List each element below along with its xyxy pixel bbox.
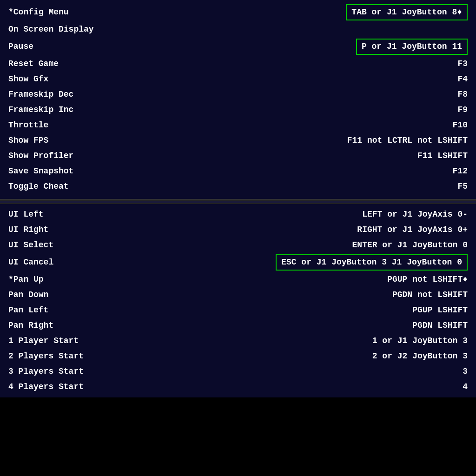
bottom-section: UI LeftLEFT or J1 JoyAxis 0-UI RightRIGH… (0, 204, 476, 397)
menu-row-3-players-start[interactable]: 3 Players Start3 (5, 364, 471, 379)
menu-row-frameskip-inc[interactable]: Frameskip IncF9 (5, 102, 471, 118)
menu-value-show-fps: F11 not LCTRL not LSHIFT (347, 134, 468, 147)
menu-row-toggle-cheat[interactable]: Toggle CheatF5 (5, 179, 471, 194)
menu-row-reset-game[interactable]: Reset GameF3 (5, 56, 471, 72)
highlighted-value-config-menu: TAB or J1 JoyButton 8♦ (346, 4, 468, 20)
menu-row-ui-right[interactable]: UI RightRIGHT or J1 JoyAxis 0+ (5, 222, 471, 238)
highlighted-value-pause: P or J1 JoyButton 11 (356, 39, 468, 55)
menu-value-frameskip-inc: F9 (457, 104, 468, 116)
menu-value-4-players-start: 4 (463, 381, 468, 393)
menu-label-reset-game: Reset Game (8, 58, 111, 70)
menu-value-pause: P or J1 JoyButton 11 (356, 39, 468, 55)
menu-label-4-players-start: 4 Players Start (8, 381, 111, 393)
menu-row-ui-cancel[interactable]: UI CancelESC or J1 JoyButton 3 J1 JoyBut… (5, 253, 471, 272)
menu-row-pan-up[interactable]: *Pan UpPGUP not LSHIFT♦ (5, 272, 471, 287)
menu-label-3-players-start: 3 Players Start (8, 365, 111, 378)
menu-row-pan-right[interactable]: Pan RightPGDN LSHIFT (5, 318, 471, 333)
menu-label-show-gfx: Show Gfx (8, 73, 111, 86)
menu-value-throttle: F10 (453, 119, 468, 132)
menu-value-save-snapshot: F12 (453, 165, 468, 178)
menu-row-1-player-start[interactable]: 1 Player Start1 or J1 JoyButton 3 (5, 333, 471, 349)
menu-label-ui-select: UI Select (8, 239, 111, 251)
top-section: *Config MenuTAB or J1 JoyButton 8♦On Scr… (0, 0, 476, 200)
menu-row-ui-select[interactable]: UI SelectENTER or J1 JoyButton 0 (5, 238, 471, 253)
menu-row-throttle[interactable]: ThrottleF10 (5, 118, 471, 133)
menu-label-save-snapshot: Save Snapshot (8, 165, 111, 178)
menu-label-pause: Pause (8, 40, 111, 53)
menu-row-show-gfx[interactable]: Show GfxF4 (5, 72, 471, 87)
menu-row-config-menu[interactable]: *Config MenuTAB or J1 JoyButton 8♦ (5, 3, 471, 22)
menu-value-2-players-start: 2 or J2 JoyButton 3 (372, 350, 468, 363)
menu-label-ui-cancel: UI Cancel (8, 256, 111, 269)
menu-value-show-profiler: F11 LSHIFT (417, 150, 468, 162)
menu-value-ui-select: ENTER or J1 JoyButton 0 (352, 239, 468, 251)
menu-value-show-gfx: F4 (457, 73, 468, 86)
menu-value-toggle-cheat: F5 (457, 180, 468, 193)
menu-label-ui-right: UI Right (8, 224, 111, 236)
menu-row-frameskip-dec[interactable]: Frameskip DecF8 (5, 87, 471, 102)
menu-value-1-player-start: 1 or J1 JoyButton 3 (372, 335, 468, 347)
menu-row-4-players-start[interactable]: 4 Players Start4 (5, 379, 471, 395)
menu-label-on-screen-display: On Screen Display (8, 23, 111, 36)
menu-label-throttle: Throttle (8, 119, 111, 132)
section-divider (0, 200, 476, 204)
menu-label-2-players-start: 2 Players Start (8, 350, 111, 363)
menu-value-config-menu: TAB or J1 JoyButton 8♦ (346, 4, 468, 20)
menu-label-pan-right: Pan Right (8, 319, 111, 332)
menu-row-show-profiler[interactable]: Show ProfilerF11 LSHIFT (5, 148, 471, 164)
menu-row-save-snapshot[interactable]: Save SnapshotF12 (5, 164, 471, 179)
menu-label-frameskip-inc: Frameskip Inc (8, 104, 111, 116)
menu-label-pan-up: *Pan Up (8, 273, 111, 286)
menu-label-frameskip-dec: Frameskip Dec (8, 88, 111, 101)
menu-value-pan-down: PGDN not LSHIFT (392, 289, 468, 301)
menu-value-pan-left: PGUP LSHIFT (412, 304, 468, 317)
menu-value-ui-right: RIGHT or J1 JoyAxis 0+ (357, 224, 468, 236)
highlighted-value-ui-cancel: ESC or J1 JoyButton 3 J1 JoyButton 0 (276, 254, 468, 271)
menu-label-show-fps: Show FPS (8, 134, 111, 147)
menu-value-ui-cancel: ESC or J1 JoyButton 3 J1 JoyButton 0 (276, 254, 468, 271)
menu-row-on-screen-display[interactable]: On Screen Display (5, 22, 471, 37)
menu-value-frameskip-dec: F8 (457, 88, 468, 101)
menu-value-pan-right: PGDN LSHIFT (412, 319, 468, 332)
menu-label-config-menu: *Config Menu (8, 6, 111, 19)
menu-label-toggle-cheat: Toggle Cheat (8, 180, 111, 193)
menu-value-pan-up: PGUP not LSHIFT♦ (387, 273, 468, 286)
menu-label-1-player-start: 1 Player Start (8, 335, 111, 347)
menu-row-2-players-start[interactable]: 2 Players Start2 or J2 JoyButton 3 (5, 349, 471, 364)
menu-value-ui-left: LEFT or J1 JoyAxis 0- (362, 208, 468, 221)
menu-value-reset-game: F3 (457, 58, 468, 70)
menu-row-pause[interactable]: PauseP or J1 JoyButton 11 (5, 37, 471, 56)
menu-row-show-fps[interactable]: Show FPSF11 not LCTRL not LSHIFT (5, 133, 471, 148)
menu-row-pan-left[interactable]: Pan LeftPGUP LSHIFT (5, 303, 471, 318)
menu-label-pan-left: Pan Left (8, 304, 111, 317)
menu-label-show-profiler: Show Profiler (8, 150, 111, 162)
menu-value-3-players-start: 3 (463, 365, 468, 378)
menu-row-ui-left[interactable]: UI LeftLEFT or J1 JoyAxis 0- (5, 207, 471, 222)
menu-label-pan-down: Pan Down (8, 289, 111, 301)
menu-label-ui-left: UI Left (8, 208, 111, 221)
menu-row-pan-down[interactable]: Pan DownPGDN not LSHIFT (5, 287, 471, 303)
